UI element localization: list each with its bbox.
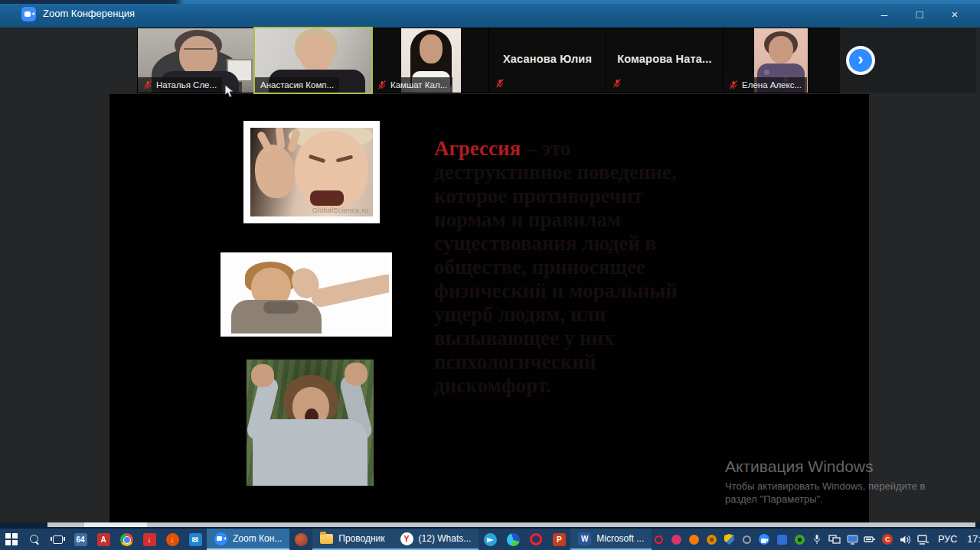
- photo-watermark: GlobalScience.ru: [312, 207, 368, 214]
- mail-icon[interactable]: ✉: [184, 529, 207, 550]
- minimize-button[interactable]: –: [867, 0, 902, 28]
- muted-mic-icon: [612, 79, 622, 88]
- activation-text: Чтобы активировать Windows, перейдите в: [725, 480, 925, 492]
- defender-tray-icon[interactable]: [722, 531, 736, 548]
- opera-icon[interactable]: [524, 529, 547, 550]
- scrollbar-track[interactable]: [47, 522, 975, 527]
- telegram-icon[interactable]: [479, 529, 501, 550]
- slide-text-line: ущерб людям, или: [434, 303, 748, 327]
- participant-tile[interactable]: Хасанова Юлия: [489, 28, 606, 93]
- acrobat-icon[interactable]: A: [92, 529, 115, 550]
- app-64-icon[interactable]: 64: [69, 529, 92, 550]
- participant-name-tag: Наталья Сле...: [138, 77, 222, 93]
- muted-mic-icon: [143, 80, 152, 89]
- participant-tile[interactable]: Комарова Ната...: [606, 28, 723, 93]
- task-view-icon[interactable]: [46, 529, 69, 550]
- windows-activation-watermark: Активация Windows Чтобы активировать Win…: [725, 457, 925, 505]
- close-button[interactable]: ×: [937, 0, 972, 28]
- activation-text: раздел "Параметры".: [725, 493, 925, 505]
- slide-text-line: нормам и правилам: [434, 208, 748, 232]
- taskbar-explorer-button[interactable]: Проводник: [312, 529, 392, 550]
- downloader-icon[interactable]: ↓: [161, 529, 184, 550]
- volume-tray-icon[interactable]: [898, 531, 912, 548]
- next-participants-button[interactable]: ›: [846, 46, 875, 75]
- blue-app-tray-icon[interactable]: [775, 531, 789, 548]
- zoom-tray-icon[interactable]: [757, 531, 771, 548]
- slide-text-line: существования людей в: [434, 232, 748, 255]
- taskbar-whatsapp-button[interactable]: Y (12) Whats...: [393, 529, 479, 550]
- flower-tray-icon[interactable]: [704, 531, 718, 548]
- dual-monitor-tray-icon[interactable]: [828, 531, 841, 548]
- taskbar-clock[interactable]: 17:12: [965, 534, 980, 545]
- presentation-slide: GlobalScience.ru: [203, 94, 773, 522]
- slide-text-line: физический и моральный: [434, 279, 748, 303]
- ccleaner-tray-icon[interactable]: C: [880, 531, 894, 548]
- taskbar-word-button[interactable]: W Microsoft ...: [570, 529, 652, 550]
- zoom-window: Zoom Конференция – □ × Наталья Сле... Ан…: [0, 0, 980, 550]
- participant-tile-active-speaker[interactable]: Анастасия Комп...: [255, 28, 371, 93]
- language-indicator[interactable]: РУС: [933, 534, 962, 545]
- yandex-browser-icon: Y: [400, 532, 413, 545]
- slide-text-line: дискомфорт.: [434, 374, 748, 398]
- zoom-app-icon: [21, 7, 36, 21]
- participant-tile[interactable]: Наталья Сле...: [138, 28, 254, 93]
- power-tray-icon[interactable]: [863, 531, 877, 548]
- meeting-content: Наталья Сле... Анастасия Комп... Камшат …: [0, 28, 980, 522]
- avast-tray-icon[interactable]: [687, 531, 701, 548]
- participant-name: Елена Алекс...: [742, 80, 802, 89]
- participant-name-tag: Елена Алекс...: [724, 77, 807, 93]
- green-app-tray-icon[interactable]: [792, 531, 806, 548]
- muted-mic-icon: [729, 80, 738, 89]
- browser-app-icon[interactable]: [289, 529, 312, 550]
- start-button[interactable]: [0, 529, 23, 550]
- slide-text-block: Агрессия – это деструктивное поведение, …: [434, 137, 748, 398]
- folder-icon: [320, 534, 333, 544]
- network-tray-icon[interactable]: [916, 531, 929, 548]
- download-master-icon[interactable]: ↓: [138, 529, 161, 550]
- slide-text-line: вызывающее у них: [434, 327, 748, 350]
- participant-name: Комарова Ната...: [606, 53, 723, 65]
- horizontal-scrollbar[interactable]: [0, 522, 980, 529]
- participant-strip-end: ›: [840, 28, 976, 93]
- participant-tile[interactable]: Елена Алекс...: [724, 28, 840, 93]
- participant-name-tag: Камшат Кал...: [372, 77, 452, 93]
- muted-mic-icon: [495, 79, 505, 88]
- display-app-tray-icon[interactable]: [845, 531, 859, 548]
- slap-photo: [220, 252, 392, 337]
- search-icon[interactable]: [23, 529, 46, 550]
- scrollbar-thumb[interactable]: [84, 522, 147, 527]
- participant-name: Наталья Сле...: [156, 80, 217, 89]
- slide-title-line: Агрессия – это: [434, 137, 748, 161]
- ds-tray-icon[interactable]: [669, 531, 683, 548]
- mouse-cursor: [224, 84, 235, 101]
- screaming-teen-photo: [247, 360, 374, 486]
- participant-name: Анастасия Комп...: [260, 80, 334, 89]
- slide-title-word: Агрессия: [434, 137, 521, 160]
- title-bar: Zoom Конференция – □ ×: [0, 0, 980, 28]
- opera-tray-icon[interactable]: [652, 531, 665, 548]
- chrome-icon[interactable]: [115, 529, 138, 550]
- edge-icon[interactable]: [501, 529, 524, 550]
- angry-toddler-photo: GlobalScience.ru: [243, 121, 380, 223]
- participant-tile[interactable]: Камшат Кал...: [372, 28, 488, 93]
- muted-mic-icon: [377, 80, 387, 89]
- slide-text-line: психологический: [434, 350, 748, 374]
- microphone-tray-icon[interactable]: [810, 531, 824, 548]
- participant-name-tag: Анастасия Комп...: [255, 77, 339, 93]
- taskbar: 64 A ↓ ↓ ✉ Zoom Кон... Проводник Y (12) …: [0, 529, 980, 550]
- participant-name: Камшат Кал...: [390, 80, 447, 89]
- taskbar-zoom-button[interactable]: Zoom Кон...: [207, 529, 289, 550]
- antenna-tray-icon[interactable]: [740, 531, 753, 548]
- maximize-button[interactable]: □: [902, 0, 937, 28]
- window-title: Zoom Конференция: [43, 8, 135, 19]
- slide-text-line: обществе, приносящее: [434, 255, 748, 279]
- slide-text-line: которое противоречит: [434, 184, 748, 208]
- participant-name: Хасанова Юлия: [489, 53, 606, 65]
- word-icon: W: [578, 532, 591, 545]
- slide-text-line: деструктивное поведение,: [434, 161, 748, 184]
- powerpoint-icon[interactable]: P: [547, 529, 570, 550]
- zoom-icon: [214, 532, 227, 545]
- activation-title: Активация Windows: [725, 457, 925, 476]
